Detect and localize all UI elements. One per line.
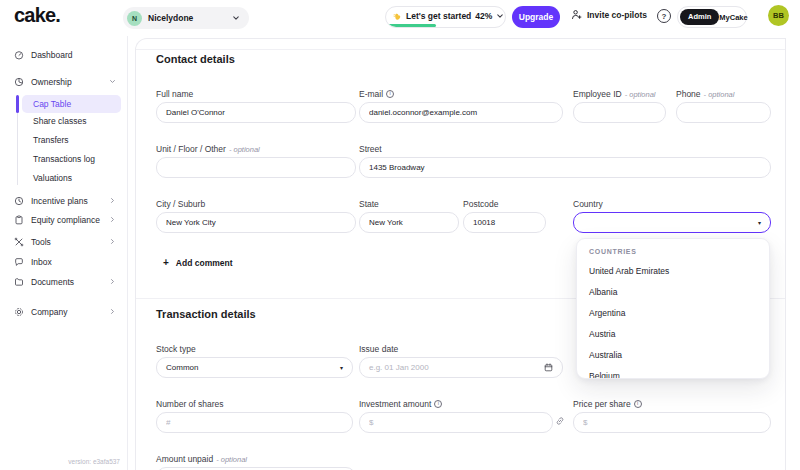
cake-logo: cake. (14, 4, 60, 27)
link-icon[interactable] (555, 416, 565, 426)
sidebar-item-valuations[interactable]: Valuations (33, 171, 72, 185)
active-tree-indicator (16, 95, 19, 113)
full-name-input[interactable] (156, 102, 356, 123)
stock-type-select[interactable]: Common ▾ (156, 357, 353, 378)
country-dropdown-header: COUNTRIES (577, 239, 769, 260)
amount-unpaid-label: Amount unpaid- optional (156, 454, 356, 464)
onboarding-progress-pill[interactable]: Let's get started 42% (385, 6, 506, 28)
phone-label: Phone- optional (676, 89, 771, 99)
onboarding-percent: 42% (475, 11, 492, 21)
postcode-input[interactable] (463, 212, 546, 233)
top-divider (136, 49, 785, 50)
postcode-label: Postcode (463, 199, 546, 209)
info-icon[interactable]: i (386, 90, 394, 98)
workspace-switcher[interactable]: N Nicelydone (123, 7, 249, 29)
main-panel: Contact details Full name E-maili Employ… (135, 38, 786, 470)
user-avatar[interactable]: BB (768, 5, 789, 26)
employee-id-input[interactable] (573, 102, 666, 123)
country-dropdown: COUNTRIES United Arab Emirates Albania A… (576, 238, 770, 379)
email-input[interactable] (359, 102, 563, 123)
price-per-share-field: Price per sharei (573, 399, 771, 433)
country-option[interactable]: Argentina (577, 302, 769, 323)
amount-unpaid-field: Amount unpaid- optional (156, 454, 356, 470)
invite-label: Invite co-pilots (587, 10, 647, 20)
unit-field: Unit / Floor / Other- optional (156, 144, 356, 178)
chevron-down-icon (232, 14, 240, 22)
plus-icon: + (163, 258, 169, 268)
issue-date-label: Issue date (359, 344, 563, 354)
employee-id-label: Employee ID- optional (573, 89, 666, 99)
phone-field: Phone- optional (676, 89, 771, 123)
mode-admin[interactable]: Admin (680, 9, 719, 25)
info-icon[interactable]: i (634, 400, 642, 408)
invite-copilots-button[interactable]: Invite co-pilots (571, 9, 647, 20)
clipboard-icon (14, 215, 24, 225)
mode-toggle[interactable]: Admin MyCake (677, 6, 747, 28)
country-option[interactable]: Albania (577, 281, 769, 302)
sidebar-item-inbox[interactable]: Inbox (0, 254, 127, 269)
folder-icon (14, 277, 24, 287)
state-input[interactable] (359, 212, 459, 233)
chat-bubble-icon (14, 257, 24, 267)
sidebar-item-documents[interactable]: Documents (0, 274, 127, 289)
caret-down-icon: ▾ (758, 220, 761, 226)
caret-down-icon: ▾ (340, 365, 343, 371)
workspace-avatar: N (127, 11, 142, 26)
unit-label: Unit / Floor / Other- optional (156, 144, 356, 154)
progress-fill (386, 24, 436, 27)
state-field: State (359, 199, 459, 233)
info-icon[interactable]: i (434, 400, 442, 408)
number-of-shares-input[interactable] (156, 412, 353, 433)
sidebar-item-company[interactable]: Company (0, 304, 127, 319)
unit-input[interactable] (156, 157, 356, 178)
sidebar-item-transactions-log[interactable]: Transactions log (33, 152, 95, 166)
transaction-details-title: Transaction details (156, 308, 256, 320)
stock-type-field: Stock type Common ▾ (156, 344, 353, 378)
phone-input[interactable] (676, 102, 771, 123)
email-field: E-maili (359, 89, 563, 123)
upgrade-button[interactable]: Upgrade (512, 6, 560, 28)
mode-mycake[interactable]: MyCake (719, 13, 747, 22)
gauge-icon (14, 50, 24, 60)
city-input[interactable] (156, 212, 356, 233)
country-option[interactable]: Austria (577, 323, 769, 344)
number-of-shares-label: Number of shares (156, 399, 353, 409)
sidebar-item-share-classes[interactable]: Share classes (33, 114, 86, 128)
country-label: Country (573, 199, 771, 209)
issue-date-field: Issue date e.g. 01 Jan 2000 (359, 344, 563, 378)
sidebar-item-transfers[interactable]: Transfers (33, 133, 69, 147)
country-option[interactable]: United Arab Emirates (577, 260, 769, 281)
price-per-share-label: Price per sharei (573, 399, 771, 409)
city-field: City / Suburb (156, 199, 356, 233)
chevron-right-icon (109, 308, 116, 315)
sidebar-item-tools[interactable]: Tools (0, 234, 127, 249)
chevron-right-icon (109, 216, 116, 223)
email-label: E-maili (359, 89, 563, 99)
sidebar: Dashboard Ownership Cap Table Share clas… (0, 36, 128, 470)
price-per-share-input[interactable] (573, 412, 771, 433)
wave-emoji-icon (393, 12, 402, 21)
help-icon[interactable]: ? (657, 9, 671, 23)
investment-amount-label: Investment amounti (359, 399, 553, 409)
chevron-down-icon (109, 78, 116, 85)
add-comment-button[interactable]: + Add comment (163, 258, 233, 268)
street-input[interactable] (359, 157, 771, 178)
investment-amount-field: Investment amounti (359, 399, 553, 433)
chevron-right-icon (109, 278, 116, 285)
country-option[interactable]: Australia (577, 344, 769, 365)
version-label: version: e3afa537 (68, 458, 120, 465)
sidebar-item-incentive-plans[interactable]: Incentive plans (0, 193, 127, 208)
country-option[interactable]: Belgium (577, 365, 769, 379)
sidebar-item-equity-compliance[interactable]: Equity compliance (0, 212, 127, 227)
tools-icon (14, 237, 24, 247)
country-select[interactable]: ▾ (573, 212, 771, 233)
issue-date-input[interactable]: e.g. 01 Jan 2000 (359, 357, 563, 378)
invite-user-icon (571, 9, 582, 20)
investment-amount-input[interactable] (359, 412, 553, 433)
calendar-icon[interactable] (544, 363, 553, 372)
sidebar-item-cap-table[interactable]: Cap Table (22, 95, 121, 113)
street-label: Street (359, 144, 771, 154)
country-field: Country ▾ (573, 199, 771, 233)
sidebar-item-ownership[interactable]: Ownership (0, 74, 127, 89)
sidebar-item-dashboard[interactable]: Dashboard (0, 47, 127, 62)
